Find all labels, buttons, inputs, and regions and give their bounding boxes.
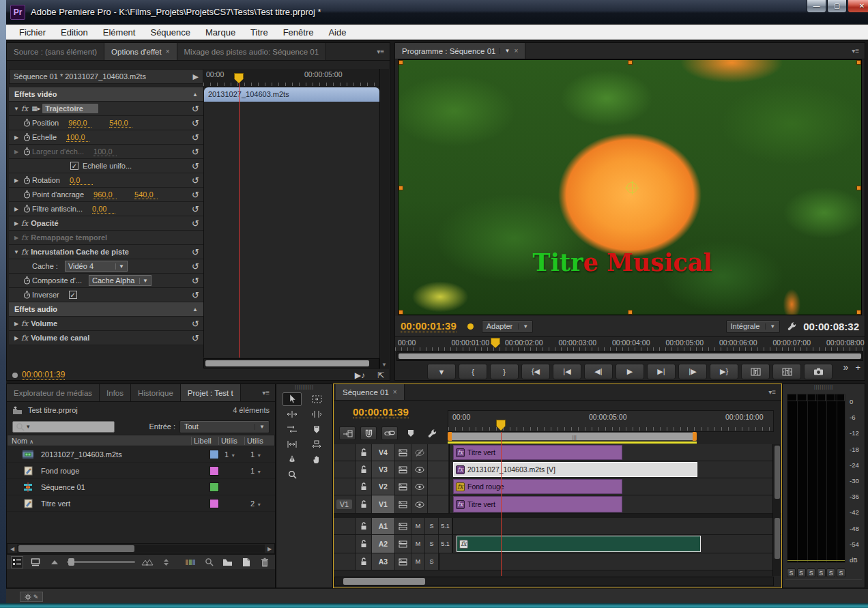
solo-button[interactable]: S	[425, 553, 439, 570]
transform-handle[interactable]	[628, 60, 633, 65]
param-name[interactable]: Largeur d'éch...	[32, 147, 84, 156]
filter-select[interactable]: Tout▼	[179, 420, 270, 433]
track-lock-icon[interactable]	[356, 553, 372, 570]
close-button[interactable]: ✕	[848, 0, 868, 13]
menu-elément[interactable]: Elément	[96, 26, 143, 39]
track-lock-icon[interactable]	[356, 495, 372, 513]
go-to-previous-edit-button[interactable]: |◀	[553, 364, 581, 379]
stopwatch-icon[interactable]	[21, 147, 32, 156]
project-item-row[interactable]: Fond rouge1 ▼	[7, 463, 275, 479]
close-icon[interactable]: ×	[514, 47, 518, 55]
item-name[interactable]: Séquence 01	[41, 483, 85, 491]
param-value[interactable]: 100,0	[66, 133, 89, 142]
meter-solo-button[interactable]: S	[807, 568, 815, 577]
effect-row-opacit-[interactable]: ▶fxOpacité↺	[9, 216, 203, 231]
reset-effect-icon[interactable]: ↺	[192, 190, 199, 200]
reset-effect-icon[interactable]: ↺	[192, 247, 199, 257]
transform-handle[interactable]	[856, 60, 861, 65]
new-bin-button[interactable]	[221, 556, 233, 568]
param-value[interactable]: 0,0	[70, 176, 93, 185]
label-color-swatch[interactable]	[209, 482, 219, 492]
add-marker-button[interactable]: ▼	[427, 364, 456, 379]
item-name[interactable]: Fond rouge	[41, 467, 79, 475]
tab-source-sans-l-ment-[interactable]: Source : (sans élément)	[7, 43, 104, 60]
reset-effect-icon[interactable]: ↺	[192, 290, 199, 300]
effect-row-largeur-d-ch-[interactable]: ▶Largeur d'éch...100,0↺	[9, 145, 203, 159]
track-lane[interactable]	[439, 553, 781, 570]
tab-projet-test-t[interactable]: Projet : Test t	[181, 384, 241, 401]
param-value[interactable]: 100,0	[93, 147, 117, 156]
stopwatch-icon[interactable]	[21, 291, 32, 299]
effect-vertical-scrollbar[interactable]: ▼	[379, 69, 389, 369]
source-patch[interactable]	[334, 478, 356, 495]
stopwatch-icon[interactable]	[21, 276, 32, 285]
twirl-icon[interactable]: ▼	[12, 249, 21, 255]
effect-row-position[interactable]: Position960,0540,0↺	[9, 116, 203, 130]
reset-effect-icon[interactable]: ↺	[192, 333, 199, 343]
panel-menu-icon[interactable]: ▾≡	[763, 384, 781, 400]
reset-effect-icon[interactable]: ↺	[192, 204, 199, 214]
timeline-clip-20131027-104603-m2ts-v-[interactable]: fx20131027_104603.m2ts [V]	[453, 462, 697, 477]
collapse-icon[interactable]: ▲	[192, 306, 198, 313]
track-output-icon[interactable]	[411, 495, 428, 513]
twirl-icon[interactable]: ▶	[12, 335, 21, 341]
source-patch[interactable]	[334, 535, 356, 553]
reset-effect-icon[interactable]: ↺	[192, 276, 199, 286]
param-value[interactable]: 960,0	[93, 190, 117, 199]
panel-menu-icon[interactable]: ▾≡	[846, 43, 865, 59]
hand-tool[interactable]	[307, 452, 326, 466]
search-input[interactable]: ▾	[12, 421, 115, 433]
collapse-icon[interactable]: ▲	[192, 91, 198, 98]
transform-handle[interactable]	[399, 310, 403, 315]
track-lock-icon[interactable]	[356, 518, 372, 534]
timeline-clip-fond-rouge[interactable]: fxFond rouge	[453, 479, 622, 494]
track-name[interactable]: A2	[372, 535, 395, 553]
project-item-row[interactable]: Titre vert2 ▼	[7, 495, 275, 512]
timeline-vertical-scrollbar[interactable]	[772, 444, 781, 576]
reset-effect-icon[interactable]: ↺	[192, 175, 199, 186]
effect-row-trajectoire[interactable]: ▼fx▦▸Trajectoire↺	[9, 102, 203, 116]
sync-lock-icon[interactable]	[395, 535, 411, 553]
reset-effect-icon[interactable]: ↺	[192, 319, 199, 329]
track-lane[interactable]: fx20131027_104603.m2ts [V]	[449, 461, 781, 478]
delete-button[interactable]	[259, 556, 271, 568]
slide-tool[interactable]	[307, 437, 326, 451]
effect-name[interactable]: Volume de canal	[31, 334, 89, 342]
effect-row-cache-[interactable]: Cache :Vidéo 4▼↺	[9, 259, 203, 274]
step-back-button[interactable]: ◀|	[584, 364, 613, 379]
meter-solo-button[interactable]: S	[797, 568, 806, 577]
settings-wrench-icon[interactable]	[787, 321, 796, 331]
track-name[interactable]: A1	[372, 518, 395, 534]
transform-handle[interactable]	[856, 310, 861, 315]
status-icons[interactable]: ✎	[20, 592, 43, 602]
selection-tool[interactable]	[283, 392, 302, 406]
twirl-icon[interactable]: ▶	[12, 235, 21, 241]
reset-effect-icon[interactable]: ↺	[192, 118, 199, 128]
nest-toggle[interactable]	[339, 426, 356, 440]
close-icon[interactable]: ×	[393, 388, 397, 396]
tab-explorateur-de-m-dias[interactable]: Explorateur de médias	[7, 384, 100, 401]
program-time-ruler[interactable]: 00:0000:00:01:0000:00:02:0000:00:03:0000…	[395, 336, 865, 351]
effect-mini-ruler[interactable]: 00:00 00:00:05:00	[203, 69, 379, 87]
menu-séquence[interactable]: Séquence	[143, 26, 198, 39]
video-usage[interactable]: 1 ▼	[219, 450, 245, 459]
channel-format-badge[interactable]: 5.1	[439, 535, 452, 553]
twirl-icon[interactable]: ▶	[12, 321, 21, 327]
param-value[interactable]: 0,00	[92, 205, 115, 214]
zoom-slider[interactable]	[67, 561, 135, 563]
effect-clip-bar[interactable]: 20131027_104603.m2ts	[204, 87, 379, 102]
sync-lock-icon[interactable]	[395, 461, 411, 478]
automate-to-sequence-button[interactable]	[184, 556, 197, 568]
source-patch[interactable]: V1	[334, 495, 356, 513]
go-to-out-button[interactable]: ▶}	[710, 364, 738, 379]
transform-handle[interactable]	[628, 310, 633, 315]
checkbox[interactable]: ✓	[69, 291, 77, 299]
track-select-tool[interactable]	[307, 392, 326, 406]
effect-row-composite-d-[interactable]: Composite d'...Cache Alpha▼↺	[9, 274, 203, 288]
gear-icon[interactable]	[25, 594, 31, 600]
param-dropdown[interactable]: Cache Alpha▼	[89, 275, 151, 286]
track-lock-icon[interactable]	[356, 461, 372, 478]
track-lock-icon[interactable]	[356, 478, 372, 495]
panel-grip[interactable]: ||||||||||	[276, 384, 332, 392]
audio-usage[interactable]: 1 ▼	[245, 450, 271, 459]
